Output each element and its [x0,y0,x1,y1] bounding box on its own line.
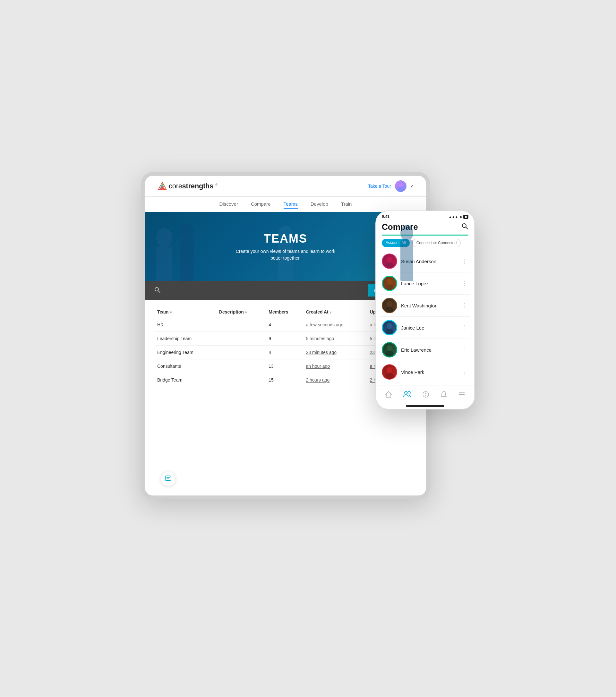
svg-point-27 [385,307,394,313]
header-right: Take a Tour ∨ [368,180,413,192]
cell-team: Leadership Team [155,332,216,346]
cell-members: 4 [266,346,303,359]
search-icon [154,286,161,293]
contact-menu-susan[interactable]: ⋮ [460,256,468,266]
nav-teams-icon[interactable] [402,389,412,401]
contact-menu-kent[interactable]: ⋮ [460,301,468,310]
svg-point-28 [387,323,392,329]
contact-menu-lance[interactable]: ⋮ [460,279,468,288]
contact-name-vince: Vince Park [401,369,456,375]
hero-title: TEAMS [231,232,340,246]
signal-icon: ▲▲▲ [449,215,458,219]
tablet-header: corestrengths ® Take a Tour ∨ [145,176,426,197]
nav-compass-icon[interactable] [421,389,431,401]
nav-menu-icon[interactable] [456,389,467,401]
svg-line-21 [466,227,468,229]
svg-point-29 [386,329,394,335]
logo-area: corestrengths ® [158,182,217,191]
svg-point-25 [386,285,394,291]
svg-point-33 [385,373,394,379]
svg-marker-19 [166,480,167,482]
svg-marker-34 [386,391,391,397]
user-avatar[interactable] [395,180,406,192]
cell-created: a few seconds ago [303,318,367,332]
svg-point-14 [155,287,159,291]
svg-point-35 [405,391,407,394]
svg-point-36 [408,391,410,394]
wifi-icon: ◈ [460,215,462,219]
avatar-eric [382,342,397,357]
contact-menu-eric[interactable]: ⋮ [460,345,468,355]
col-description[interactable]: Description∨ [216,306,266,318]
battery-icon: ■ [463,215,468,219]
status-icons: ▲▲▲ ◈ ■ [449,215,468,219]
svg-point-5 [397,188,405,192]
contact-name-eric: Eric Lawrence [401,347,456,353]
contact-name-janice: Janice Lee [401,325,456,330]
contact-name-lance: Lance Lopez [401,281,456,286]
phone-search-button[interactable] [461,223,468,232]
cell-created: 5 minutes ago [303,332,367,346]
svg-point-31 [386,351,394,357]
list-item[interactable]: Eric Lawrence ⋮ [380,339,470,361]
hero-subtitle: Create your own views of teams and learn… [231,248,340,262]
hero-banner: TEAMS Create your own views of teams and… [145,212,426,281]
cell-description [216,318,266,332]
avatar-janice [382,320,397,335]
logo-icon [158,182,167,191]
nav-develop[interactable]: Develop [311,200,328,209]
svg-point-6 [156,228,172,248]
contact-menu-vince[interactable]: ⋮ [460,367,468,377]
svg-rect-7 [156,247,172,281]
cell-team: HR [155,318,216,332]
take-a-tour-link[interactable]: Take a Tour [368,183,391,189]
nav-compare[interactable]: Compare [251,200,271,209]
svg-marker-39 [425,395,426,397]
user-menu-chevron[interactable]: ∨ [410,184,413,188]
svg-point-20 [462,224,466,227]
list-item[interactable]: Vince Park ⋮ [380,361,470,383]
cell-description [216,332,266,346]
chat-bubble-button[interactable] [161,472,175,486]
col-members[interactable]: Members [266,306,303,318]
nav-bell-icon[interactable] [439,389,449,401]
cell-members: 15 [266,373,303,387]
svg-point-12 [401,225,413,241]
list-item[interactable]: Kent Washington ⋮ [380,295,470,317]
svg-point-30 [387,345,392,351]
col-created[interactable]: Created At∨ [303,306,367,318]
cell-members: 4 [266,318,303,332]
logo-text: corestrengths ® [169,182,217,190]
avatar-kent [382,298,397,313]
cell-members: 9 [266,332,303,346]
list-item[interactable]: Janice Lee ⋮ [380,317,470,339]
chat-icon [165,475,172,482]
svg-line-15 [158,291,160,293]
cell-description [216,373,266,387]
cell-members: 13 [266,359,303,373]
svg-point-32 [387,367,392,373]
home-indicator [406,405,444,407]
avatar-vince [382,364,397,380]
cell-description [216,346,266,359]
contact-name-kent: Kent Washington [401,303,456,308]
cell-created: 2 hours ago [303,373,367,387]
nav-home-icon[interactable] [384,389,394,401]
nav-discover[interactable]: Discover [220,200,238,209]
svg-point-8 [180,223,194,240]
cell-team: Consultants [155,359,216,373]
svg-rect-16 [165,476,171,480]
bottom-nav [376,385,474,404]
scene: corestrengths ® Take a Tour ∨ Discover C… [141,172,475,525]
cell-description [216,359,266,373]
cell-created: 23 minutes ago [303,346,367,359]
nav-train[interactable]: Train [341,200,352,209]
contact-menu-janice[interactable]: ⋮ [460,323,468,332]
cell-created: an hour ago [303,359,367,373]
col-team[interactable]: Team∨ [155,306,216,318]
nav-teams[interactable]: Teams [284,200,298,209]
svg-marker-38 [425,392,426,395]
search-button[interactable] [151,285,163,296]
svg-point-4 [399,182,403,187]
svg-rect-9 [180,239,194,281]
